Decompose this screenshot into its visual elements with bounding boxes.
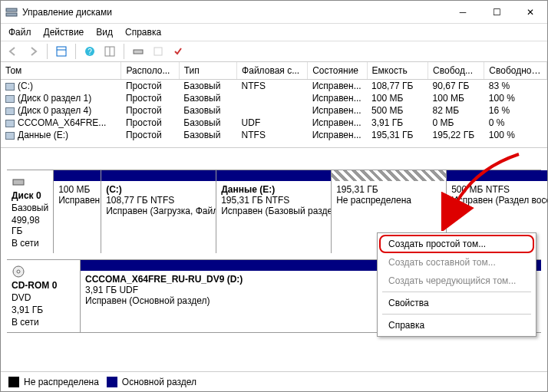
menu-create-spanned-volume: Создать составной том...	[379, 253, 534, 272]
toolbar: ?	[1, 41, 547, 62]
part-state: Исправен (Раздел восстановления)	[451, 195, 547, 206]
help-button[interactable]: ?	[81, 43, 99, 60]
legend-unallocated: Не распределена	[8, 377, 99, 387]
part-size: 195,31 ГБ	[336, 184, 441, 195]
menu-help[interactable]: Справка	[119, 25, 167, 39]
menu-separator	[382, 314, 531, 315]
cdrom-type: DVD	[12, 292, 75, 303]
cdrom-icon	[12, 265, 25, 278]
legend-swatch-primary	[107, 377, 117, 387]
partition-bar	[447, 170, 547, 181]
disk0-name: Диск 0	[12, 190, 48, 201]
view-panes-button[interactable]	[52, 43, 71, 60]
volume-icon	[5, 132, 15, 140]
partition-e[interactable]: Данные (E:)195,31 ГБ NTFSИсправен (Базов…	[216, 170, 332, 253]
col-fs[interactable]: Файловая с...	[237, 62, 308, 80]
volume-row[interactable]: (C:)ПростойБазовыйNTFSИсправен...108,77 …	[1, 80, 547, 93]
titlebar: Управление дисками ─ ☐ ✕	[1, 1, 547, 24]
part-line2: 108,77 ГБ NTFS	[106, 195, 211, 206]
part-state: Исправен (Загрузка, Файл подкачки)	[106, 206, 211, 216]
separator	[47, 44, 48, 59]
part-size: 100 МБ	[58, 184, 96, 195]
properties-button[interactable]	[169, 43, 187, 60]
close-button[interactable]: ✕	[513, 1, 547, 24]
menu-view[interactable]: Вид	[90, 25, 119, 39]
col-capacity[interactable]: Емкость	[367, 62, 428, 80]
col-free[interactable]: Свобод...	[428, 62, 484, 80]
svg-point-12	[17, 270, 20, 273]
svg-rect-10	[13, 180, 24, 185]
menu-file[interactable]: Файл	[2, 25, 38, 39]
window-title: Управление дисками	[22, 7, 446, 18]
drive-icon[interactable]	[129, 43, 147, 60]
partition-bar-unallocated	[332, 170, 446, 181]
context-menu: Создать простой том... Создать составной…	[377, 232, 536, 337]
volume-row[interactable]: Данные (E:)ПростойБазовыйNTFSИсправен...…	[1, 129, 547, 141]
volume-icon	[5, 107, 15, 115]
svg-text:?: ?	[87, 48, 92, 56]
separator	[75, 44, 76, 59]
partition-bar	[101, 170, 216, 181]
menu-separator	[382, 292, 531, 292]
minimize-button[interactable]: ─	[446, 1, 480, 24]
part-title: (C:)	[106, 184, 122, 195]
column-header-row[interactable]: Том Располо... Тип Файловая с... Состоян…	[1, 62, 547, 80]
volume-icon	[5, 95, 15, 103]
partition-efi[interactable]: 100 МБИсправен	[54, 170, 101, 253]
volume-list[interactable]: Том Располо... Тип Файловая с... Состоян…	[1, 62, 547, 148]
svg-rect-2	[57, 47, 66, 56]
disk0-label[interactable]: Диск 0 Базовый 499,98 ГБ В сети	[7, 170, 54, 253]
volume-row[interactable]: CCCOMA_X64FRE...ПростойБазовыйUDFИсправе…	[1, 117, 547, 129]
svg-rect-8	[134, 50, 143, 54]
menu-help[interactable]: Справка	[379, 316, 534, 334]
col-state[interactable]: Состояние	[308, 62, 367, 80]
refresh-icon[interactable]	[149, 43, 167, 60]
menu-action[interactable]: Действие	[38, 25, 91, 39]
toggle-graphic-button[interactable]	[101, 43, 119, 60]
volume-row[interactable]: (Диск 0 раздел 4)ПростойБазовыйИсправен.…	[1, 104, 547, 117]
svg-rect-9	[154, 48, 162, 55]
volume-icon	[5, 120, 15, 127]
part-state: Исправен (Базовый раздел)	[221, 206, 326, 216]
legend-primary: Основной раздел	[107, 377, 196, 387]
part-state: Не распределена	[336, 195, 441, 206]
col-type[interactable]: Тип	[179, 62, 236, 80]
col-freepct[interactable]: Свободно %	[484, 62, 547, 80]
disk0-size: 499,98 ГБ	[12, 215, 48, 236]
partition-bar	[216, 170, 331, 181]
svg-rect-1	[6, 13, 17, 16]
cdrom-status: В сети	[12, 317, 75, 328]
menu-properties[interactable]: Свойства	[379, 294, 534, 312]
separator	[124, 44, 124, 59]
statusbar: Не распределена Основной раздел	[1, 371, 547, 391]
partition-bar	[54, 170, 101, 181]
cdrom-size: 3,91 ГБ	[12, 305, 75, 315]
partition-c[interactable]: (C:)108,77 ГБ NTFSИсправен (Загрузка, Фа…	[101, 170, 216, 253]
part-state: Исправен	[58, 195, 96, 206]
part-line2: 500 МБ NTFS	[451, 184, 547, 195]
volume-icon	[5, 83, 15, 91]
menu-create-simple-volume[interactable]: Создать простой том...	[379, 235, 534, 253]
part-title: Данные (E:)	[221, 184, 275, 195]
cdrom-label[interactable]: CD-ROM 0 DVD 3,91 ГБ В сети	[7, 260, 81, 332]
part-title: CCCOMA_X64FRE_RU-RU_DV9 (D:)	[85, 274, 243, 285]
svg-rect-0	[6, 8, 17, 12]
maximize-button[interactable]: ☐	[480, 1, 513, 24]
disk0-type: Базовый	[12, 203, 48, 213]
volume-row[interactable]: (Диск 0 раздел 1)ПростойБазовыйИсправен.…	[1, 92, 547, 104]
col-volume[interactable]: Том	[1, 62, 121, 80]
app-icon	[5, 6, 18, 18]
window-buttons: ─ ☐ ✕	[446, 1, 547, 24]
forward-button[interactable]	[24, 43, 42, 60]
cdrom-name: CD-ROM 0	[12, 280, 75, 291]
menu-create-striped-volume: Создать чередующийся том...	[379, 272, 534, 290]
col-layout[interactable]: Располо...	[121, 62, 179, 80]
window: Управление дисками ─ ☐ ✕ Файл Действие В…	[0, 0, 548, 392]
part-line2: 195,31 ГБ NTFS	[221, 195, 326, 206]
legend-swatch-unallocated	[8, 377, 19, 387]
hdd-icon	[12, 175, 25, 189]
menubar: Файл Действие Вид Справка	[1, 24, 547, 41]
back-button[interactable]	[4, 43, 22, 60]
disk0-status: В сети	[12, 238, 48, 249]
